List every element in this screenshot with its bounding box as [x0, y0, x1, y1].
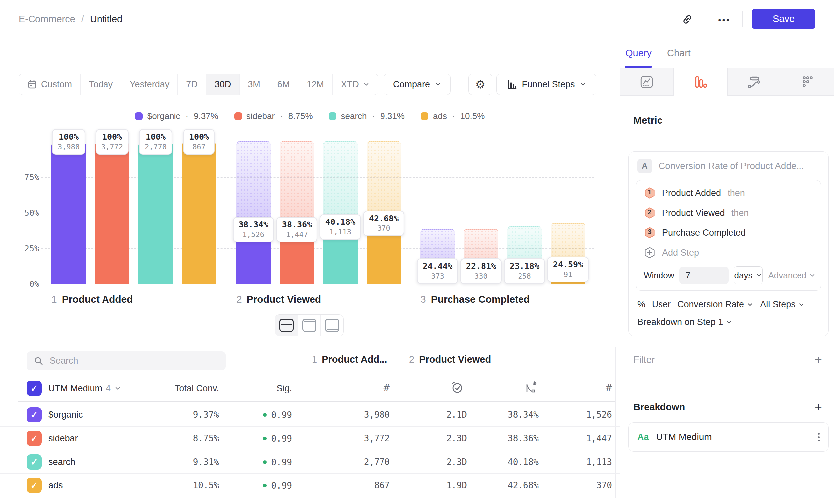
range-3m[interactable]: 3M: [239, 74, 269, 94]
share-link-button[interactable]: [680, 12, 695, 26]
range-xtd[interactable]: XTD: [332, 74, 378, 94]
layout-table-only-button[interactable]: [321, 315, 343, 336]
row-checkbox[interactable]: ✓: [26, 431, 42, 446]
chart-type-breakdown-tab[interactable]: [781, 68, 834, 96]
top-header: E-Commerce / Untitled ••• Save: [0, 0, 834, 39]
sig-column-header[interactable]: Sig.: [252, 381, 292, 396]
format-selector[interactable]: %: [637, 299, 645, 310]
funnel-steps-card: 1 Product Added then 2 Product Viewed th…: [636, 180, 821, 291]
breakdown-property-card[interactable]: Aa UTM Medium: [628, 422, 829, 452]
row-checkbox[interactable]: ✓: [26, 454, 42, 469]
step-number: 3: [643, 228, 656, 236]
funnel-analysis-app: E-Commerce / Untitled ••• Save: [0, 0, 834, 504]
save-button[interactable]: Save: [752, 8, 815, 29]
legend-item-organic[interactable]: $organic · 9.37%: [135, 111, 218, 121]
total-conv-column-header[interactable]: Total Conv.: [146, 381, 219, 396]
step-number: 1: [51, 294, 57, 305]
chart-type-funnel-tab-active[interactable]: [674, 68, 727, 96]
add-step-button[interactable]: Add Step: [636, 243, 821, 262]
range-12m[interactable]: 12M: [298, 74, 332, 94]
count-column-icon[interactable]: #: [363, 379, 390, 396]
range-30d-active[interactable]: 30D: [206, 74, 240, 94]
bar-value-label: 23.18%258: [504, 258, 545, 284]
row-checkbox[interactable]: ✓: [26, 407, 42, 422]
compare-button[interactable]: Compare: [384, 74, 451, 95]
chart-type-line-tab[interactable]: [620, 68, 674, 96]
add-breakdown-button[interactable]: +: [815, 400, 822, 413]
chevron-down-icon: [726, 319, 732, 326]
advanced-toggle[interactable]: Advanced: [768, 270, 816, 280]
breakdown-on-label: Breakdown on Step 1: [637, 317, 723, 327]
tab-query[interactable]: Query: [626, 48, 652, 59]
window-value-input[interactable]: [679, 267, 728, 284]
metric-label-row: A Conversion Rate of Product Adde...: [629, 159, 828, 180]
breakdown-heading: Breakdown: [633, 402, 685, 412]
row-name: ads: [48, 474, 63, 497]
count-column-icon[interactable]: #: [586, 379, 612, 396]
table-row-ads[interactable]: ✓ ads 10.5% 0.99 867 1.9D 42.68% 370: [0, 474, 620, 497]
more-options-button[interactable]: •••: [712, 13, 736, 27]
funnel-bar-ads[interactable]: [182, 142, 216, 284]
ellipsis-icon: •••: [718, 15, 730, 25]
link-icon: [681, 13, 694, 26]
metric-selector[interactable]: Conversion Rate: [677, 299, 753, 310]
legend-item-search[interactable]: search · 9.31%: [329, 111, 405, 121]
chart-settings-button[interactable]: ⚙: [468, 74, 492, 95]
metric-card[interactable]: A Conversion Rate of Product Adde... 1 P…: [628, 151, 829, 336]
chart-type-flow-tab[interactable]: [727, 68, 781, 96]
range-yesterday[interactable]: Yesterday: [121, 74, 177, 94]
table-row-sidebar[interactable]: ✓ sidebar 8.75% 0.99 3,772 2.3D 38.36% 1…: [0, 427, 620, 450]
table-row-search[interactable]: ✓ search 9.31% 0.99 2,770 2.3D 40.18% 1,…: [0, 450, 620, 474]
time-to-convert-column-icon[interactable]: [450, 380, 464, 395]
range-7d[interactable]: 7D: [177, 74, 206, 94]
funnel-step-1[interactable]: 1 Product Added then: [636, 183, 821, 203]
scope-selector[interactable]: All Steps: [760, 299, 805, 310]
search-input[interactable]: [49, 356, 210, 366]
range-6m[interactable]: 6M: [269, 74, 298, 94]
range-custom[interactable]: Custom: [19, 74, 80, 94]
chart-type-selector[interactable]: Funnel Steps: [496, 74, 596, 95]
table-row-organic[interactable]: ✓ $organic 9.37% 0.99 3,980 2.1D 38.34% …: [0, 403, 620, 427]
range-today[interactable]: Today: [80, 74, 121, 94]
breakdown-on-selector[interactable]: Breakdown on Step 1: [629, 310, 828, 327]
tab-chart[interactable]: Chart: [667, 48, 691, 59]
row-checkbox[interactable]: ✓: [26, 478, 42, 493]
layout-chart-only-button[interactable]: [298, 315, 321, 336]
funnel-bar-sidebar[interactable]: [95, 142, 129, 284]
layout-split-button[interactable]: [275, 315, 298, 336]
row-avg-time: 1.9D: [401, 474, 467, 497]
sig-value: 0.99: [271, 410, 292, 420]
groupby-selector[interactable]: UTM Medium 4: [48, 381, 121, 396]
funnel-step-2[interactable]: 2 Product Viewed then: [636, 203, 821, 223]
step-name: Product Added: [62, 294, 133, 305]
bar-column-sidebar: 100%3,772: [95, 142, 129, 284]
funnel-step-3[interactable]: 3 Purchase Completed: [636, 223, 821, 243]
select-all-checkbox[interactable]: ✓: [26, 381, 42, 396]
subject-selector[interactable]: User: [652, 299, 671, 310]
row-conv-rate: 38.34%: [473, 403, 539, 427]
step-number: 1: [643, 188, 656, 196]
kebab-menu-icon[interactable]: [818, 433, 820, 441]
step-suffix: then: [727, 188, 745, 198]
breadcrumb-parent[interactable]: E-Commerce: [19, 14, 75, 25]
step-event-name: Purchase Completed: [662, 228, 746, 238]
legend-separator: ·: [280, 111, 283, 121]
legend-item-ads[interactable]: ads · 10.5%: [421, 111, 485, 121]
bar-value-label: 38.34%1,526: [233, 217, 274, 243]
legend-item-sidebar[interactable]: sidebar · 8.75%: [234, 111, 313, 121]
window-unit-select[interactable]: days: [734, 266, 763, 284]
row-significance: 0.99: [242, 450, 292, 474]
bar-column-$organic: 100%3,980: [51, 142, 86, 284]
funnel-bar-search[interactable]: [138, 142, 173, 284]
breadcrumb-current[interactable]: Untitled: [90, 14, 123, 25]
add-filter-button[interactable]: +: [815, 353, 822, 366]
breakdown-property-name: UTM Medium: [656, 432, 712, 442]
legend-separator: ·: [452, 111, 455, 121]
funnel-bar-$organic[interactable]: [51, 142, 86, 284]
bar-column-search: 100%2,770: [138, 142, 173, 284]
row-step2-count: 1,526: [546, 403, 612, 427]
step-number: 2: [236, 294, 242, 305]
conversion-rate-column-icon[interactable]: [524, 380, 539, 395]
layout-toggle: [275, 314, 344, 336]
significance-dot: [263, 484, 267, 487]
